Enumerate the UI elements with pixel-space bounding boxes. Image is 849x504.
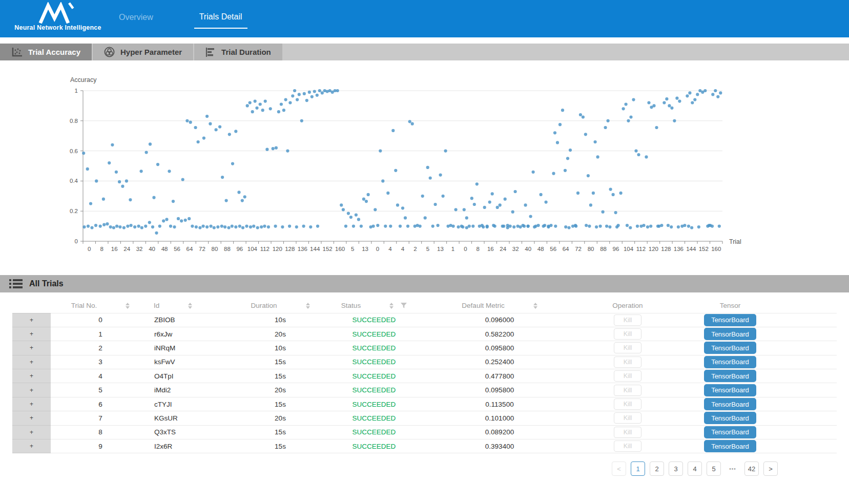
svg-text:32: 32 bbox=[136, 246, 143, 252]
all-trials-header-bar: All Trials bbox=[0, 275, 849, 292]
row-expander-button[interactable]: + bbox=[12, 313, 51, 327]
default-metric-cell: 0.089200 bbox=[425, 425, 574, 439]
kill-button[interactable]: Kill bbox=[614, 370, 641, 382]
tensor-cell: TensorBoard bbox=[681, 313, 779, 327]
kill-button[interactable]: Kill bbox=[614, 356, 641, 368]
table-row: +8Q3xTS15sSUCCEEDED0.089200KillTensorBoa… bbox=[12, 425, 837, 439]
sort-icon[interactable] bbox=[306, 303, 310, 309]
tensorboard-button[interactable]: TensorBoard bbox=[704, 356, 756, 368]
row-expander-button[interactable]: + bbox=[12, 397, 51, 411]
pagination-prev-button[interactable]: < bbox=[612, 461, 626, 476]
tab-hyper-parameter[interactable]: Hyper Parameter bbox=[93, 44, 193, 60]
column-filler bbox=[779, 299, 837, 313]
kill-button[interactable]: Kill bbox=[614, 412, 641, 424]
column-trial-no[interactable]: Trial No. bbox=[51, 299, 150, 313]
sort-icon[interactable] bbox=[126, 303, 130, 309]
svg-text:160: 160 bbox=[335, 246, 345, 252]
tab-label: Trial Accuracy bbox=[28, 48, 80, 56]
tensorboard-button[interactable]: TensorBoard bbox=[704, 398, 756, 410]
row-expander-button[interactable]: + bbox=[12, 369, 51, 383]
duration-cell: 15s bbox=[238, 425, 323, 439]
table-row: +5iMdi220sSUCCEEDED0.095800KillTensorBoa… bbox=[12, 383, 837, 397]
trial-no-cell: 3 bbox=[51, 355, 150, 369]
trial-no-cell: 7 bbox=[51, 411, 150, 425]
default-metric-cell: 0.113500 bbox=[425, 397, 574, 411]
filter-icon[interactable] bbox=[401, 303, 407, 308]
pagination-page-4[interactable]: 4 bbox=[688, 461, 702, 476]
trial-no-cell: 2 bbox=[51, 341, 150, 355]
filler-cell bbox=[779, 355, 837, 369]
tab-trial-duration[interactable]: Trial Duration bbox=[194, 44, 282, 60]
svg-text:13: 13 bbox=[437, 246, 444, 252]
trial-id-cell: iMdi2 bbox=[150, 383, 238, 397]
svg-text:160: 160 bbox=[711, 246, 721, 252]
kill-button[interactable]: Kill bbox=[614, 314, 641, 326]
tensorboard-button[interactable]: TensorBoard bbox=[704, 384, 756, 396]
row-expander-button[interactable]: + bbox=[12, 355, 51, 369]
nav-tab-overview[interactable]: Overview bbox=[114, 10, 158, 28]
column-operation: Operation bbox=[574, 299, 681, 313]
tab-label: Hyper Parameter bbox=[120, 48, 182, 56]
tensor-cell: TensorBoard bbox=[681, 341, 779, 355]
tensorboard-button[interactable]: TensorBoard bbox=[704, 342, 756, 354]
row-expander-button[interactable]: + bbox=[12, 383, 51, 397]
row-expander-button[interactable]: + bbox=[12, 411, 51, 425]
pagination-page-3[interactable]: 3 bbox=[669, 461, 683, 476]
kill-button[interactable]: Kill bbox=[614, 342, 641, 353]
tensorboard-button[interactable]: TensorBoard bbox=[704, 370, 756, 382]
column-status[interactable]: Status bbox=[323, 299, 425, 313]
section-title: All Trials bbox=[29, 279, 64, 288]
pagination-next-button[interactable]: > bbox=[763, 461, 778, 476]
svg-text:136: 136 bbox=[674, 246, 684, 252]
table-row: +2iNRqM10sSUCCEEDED0.095800KillTensorBoa… bbox=[12, 341, 837, 355]
row-expander-button[interactable]: + bbox=[12, 439, 51, 453]
kill-button[interactable]: Kill bbox=[614, 398, 641, 410]
column-id[interactable]: Id bbox=[150, 299, 238, 313]
svg-text:1: 1 bbox=[451, 246, 454, 252]
kill-button[interactable]: Kill bbox=[614, 427, 641, 438]
row-expander-button[interactable]: + bbox=[12, 341, 51, 355]
accuracy-scatter-svg: 00.20.40.60.8108162432404856647280889610… bbox=[0, 60, 849, 275]
default-metric-cell: 0.252400 bbox=[425, 355, 574, 369]
tensorboard-button[interactable]: TensorBoard bbox=[704, 440, 756, 452]
tensorboard-button[interactable]: TensorBoard bbox=[704, 412, 756, 424]
trial-id-cell: KGsUR bbox=[150, 411, 238, 425]
filler-cell bbox=[779, 397, 837, 411]
svg-text:0: 0 bbox=[88, 246, 91, 252]
sort-icon[interactable] bbox=[389, 303, 394, 309]
nni-logo: Neural Network Intelligence bbox=[14, 2, 101, 31]
table-row: +0ZBIOB10sSUCCEEDED0.096000KillTensorBoa… bbox=[12, 313, 837, 327]
duration-cell: 20s bbox=[238, 411, 323, 425]
sort-icon[interactable] bbox=[188, 303, 192, 309]
column-default-metric[interactable]: Default Metric bbox=[425, 299, 574, 313]
operation-cell: Kill bbox=[574, 355, 681, 369]
nav-tab-trials-detail[interactable]: Trials Detail bbox=[194, 9, 247, 29]
pagination-page-1[interactable]: 1 bbox=[631, 461, 645, 476]
kill-button[interactable]: Kill bbox=[614, 385, 641, 396]
pagination-page-2[interactable]: 2 bbox=[650, 461, 664, 476]
kill-button[interactable]: Kill bbox=[614, 328, 641, 340]
row-expander-button[interactable]: + bbox=[12, 425, 51, 439]
default-metric-cell: 0.477800 bbox=[425, 369, 574, 383]
status-cell: SUCCEEDED bbox=[323, 355, 425, 369]
pagination-page-42[interactable]: 42 bbox=[744, 461, 759, 476]
tensorboard-button[interactable]: TensorBoard bbox=[704, 328, 756, 340]
filler-cell bbox=[779, 327, 837, 341]
tensorboard-button[interactable]: TensorBoard bbox=[704, 426, 756, 438]
svg-text:48: 48 bbox=[537, 246, 544, 252]
pagination-ellipsis[interactable]: ••• bbox=[726, 461, 740, 476]
tab-trial-accuracy[interactable]: Trial Accuracy bbox=[0, 44, 92, 60]
svg-text:Trial: Trial bbox=[729, 238, 741, 245]
pagination-page-5[interactable]: 5 bbox=[707, 461, 721, 476]
tensorboard-button[interactable]: TensorBoard bbox=[704, 314, 756, 326]
svg-text:144: 144 bbox=[686, 246, 696, 252]
operation-cell: Kill bbox=[574, 341, 681, 355]
sort-icon[interactable] bbox=[533, 303, 537, 309]
row-expander-button[interactable]: + bbox=[12, 327, 51, 341]
operation-cell: Kill bbox=[574, 425, 681, 439]
trial-id-cell: I2x6R bbox=[150, 439, 238, 453]
tensor-cell: TensorBoard bbox=[681, 397, 779, 411]
svg-text:104: 104 bbox=[247, 246, 258, 252]
column-duration[interactable]: Duration bbox=[238, 299, 323, 313]
kill-button[interactable]: Kill bbox=[614, 440, 641, 452]
